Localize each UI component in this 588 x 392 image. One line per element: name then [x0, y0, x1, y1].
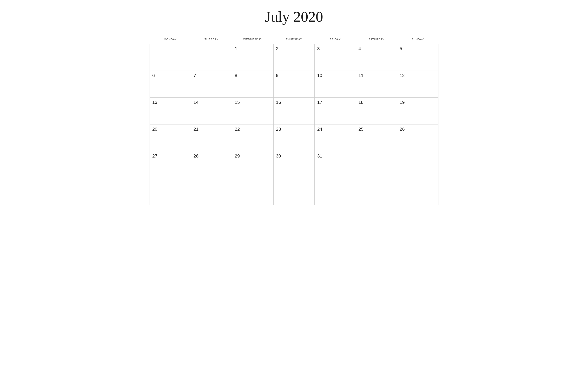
empty-cell: [150, 178, 191, 205]
week-row-1: 6789101112: [150, 71, 438, 98]
week-row-0: 12345: [150, 44, 438, 71]
day-cell-1: 1: [232, 44, 273, 71]
week-row-5: [150, 178, 438, 205]
day-cell-18: 18: [356, 98, 397, 124]
day-number: 16: [276, 100, 281, 105]
day-cell-22: 22: [232, 124, 273, 151]
day-number: 29: [235, 153, 240, 158]
day-cell-6: 6: [150, 71, 191, 98]
day-number: 25: [358, 126, 363, 132]
day-cell-15: 15: [232, 98, 273, 124]
day-header-friday: FRIDAY: [315, 36, 356, 44]
week-row-4: 2728293031: [150, 151, 438, 178]
day-cell-5: 5: [397, 44, 438, 71]
day-cell-24: 24: [315, 124, 356, 151]
day-header-wednesday: WEDNESDAY: [232, 36, 273, 44]
day-cell-13: 13: [150, 98, 191, 124]
day-cell-14: 14: [191, 98, 232, 124]
day-cell-26: 26: [397, 124, 438, 151]
day-cell-29: 29: [232, 151, 273, 178]
day-cell-4: 4: [356, 44, 397, 71]
calendar-container: MONDAYTUESDAYWEDNESDAYTHURSDAYFRIDAYSATU…: [150, 36, 438, 205]
empty-cell: [191, 178, 232, 205]
day-number: 6: [152, 73, 155, 78]
day-number: 11: [358, 73, 363, 78]
day-cell-7: 7: [191, 71, 232, 98]
day-number: 5: [400, 46, 402, 51]
day-cell-3: 3: [315, 44, 356, 71]
day-cell-19: 19: [397, 98, 438, 124]
day-header-tuesday: TUESDAY: [191, 36, 232, 44]
day-number: 23: [276, 126, 281, 132]
empty-cell: [397, 178, 438, 205]
day-number: 30: [276, 153, 281, 158]
day-number: 20: [152, 126, 157, 132]
day-cell-9: 9: [273, 71, 315, 98]
day-cell-11: 11: [356, 71, 397, 98]
day-cell-23: 23: [273, 124, 315, 151]
header-row: MONDAYTUESDAYWEDNESDAYTHURSDAYFRIDAYSATU…: [150, 36, 438, 44]
day-number: 13: [152, 100, 157, 105]
day-cell-20: 20: [150, 124, 191, 151]
day-number: 19: [400, 100, 405, 105]
day-cell-16: 16: [273, 98, 315, 124]
day-number: 28: [193, 153, 198, 158]
day-number: 10: [317, 73, 322, 78]
day-cell-27: 27: [150, 151, 191, 178]
day-cell-25: 25: [356, 124, 397, 151]
day-number: 15: [235, 100, 240, 105]
empty-cell: [356, 178, 397, 205]
day-cell-28: 28: [191, 151, 232, 178]
day-cell-30: 30: [273, 151, 315, 178]
empty-cell: [232, 178, 273, 205]
day-number: 3: [317, 46, 320, 51]
day-cell-17: 17: [315, 98, 356, 124]
day-number: 2: [276, 46, 279, 51]
day-cell-31: 31: [315, 151, 356, 178]
day-number: 8: [235, 73, 237, 78]
day-cell-10: 10: [315, 71, 356, 98]
empty-cell: [356, 151, 397, 178]
day-header-saturday: SATURDAY: [356, 36, 397, 44]
day-cell-2: 2: [273, 44, 315, 71]
day-number: 12: [400, 73, 405, 78]
week-row-3: 20212223242526: [150, 124, 438, 151]
day-number: 24: [317, 126, 322, 132]
day-number: 22: [235, 126, 240, 132]
week-row-2: 13141516171819: [150, 98, 438, 124]
calendar-title: July 2020: [265, 8, 323, 26]
day-number: 4: [358, 46, 361, 51]
empty-cell: [150, 44, 191, 71]
day-cell-21: 21: [191, 124, 232, 151]
day-header-sunday: SUNDAY: [397, 36, 438, 44]
day-number: 31: [317, 153, 322, 158]
empty-cell: [273, 178, 315, 205]
day-number: 27: [152, 153, 157, 158]
calendar-grid: MONDAYTUESDAYWEDNESDAYTHURSDAYFRIDAYSATU…: [150, 36, 438, 205]
day-number: 14: [193, 100, 198, 105]
day-cell-12: 12: [397, 71, 438, 98]
day-number: 9: [276, 73, 279, 78]
empty-cell: [191, 44, 232, 71]
day-number: 7: [193, 73, 196, 78]
day-header-monday: MONDAY: [150, 36, 191, 44]
day-number: 1: [235, 46, 237, 51]
day-number: 26: [400, 126, 405, 132]
empty-cell: [397, 151, 438, 178]
day-header-thursday: THURSDAY: [273, 36, 315, 44]
day-number: 21: [193, 126, 198, 132]
day-number: 17: [317, 100, 322, 105]
day-cell-8: 8: [232, 71, 273, 98]
empty-cell: [315, 178, 356, 205]
day-number: 18: [358, 100, 363, 105]
